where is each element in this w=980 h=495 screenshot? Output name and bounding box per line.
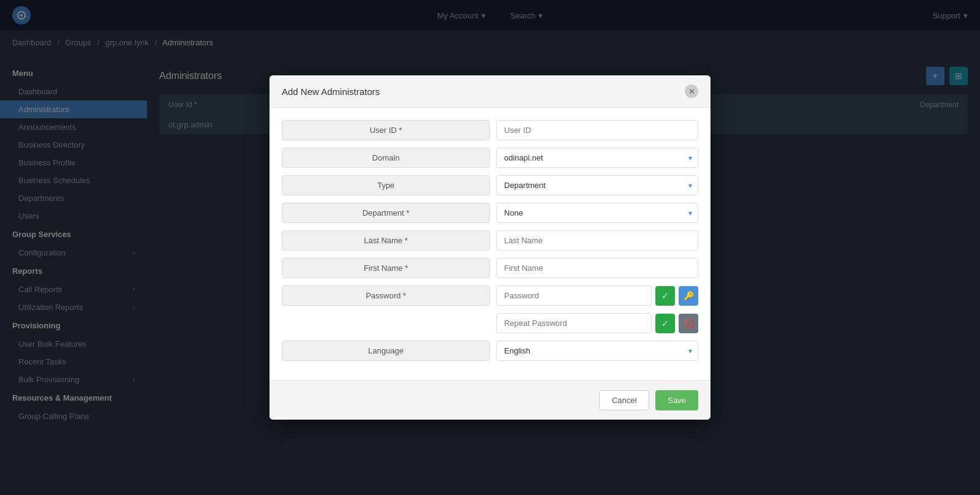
type-row: Type Department Group ▾ — [282, 175, 698, 195]
repeat-password-spacer — [282, 319, 490, 328]
type-label: Type — [282, 175, 490, 195]
password-check-button[interactable]: ✓ — [655, 286, 675, 306]
language-select-wrapper: English French Spanish ▾ — [496, 341, 698, 361]
repeat-password-input-group: ✓ 🚫 — [496, 313, 698, 333]
user-id-input[interactable] — [496, 120, 698, 140]
department-row: Department * None ▾ — [282, 203, 698, 223]
modal-title: Add New Administrators — [282, 86, 380, 97]
type-select-wrapper: Department Group ▾ — [496, 175, 698, 195]
department-label: Department * — [282, 203, 490, 223]
password-input-group: ✓ 🔑 — [496, 285, 698, 306]
repeat-password-check-button[interactable]: ✓ — [655, 314, 675, 333]
key-icon: 🔑 — [684, 291, 694, 301]
user-id-row: User ID * — [282, 120, 698, 140]
repeat-password-toggle-button[interactable]: 🚫 — [679, 314, 698, 333]
first-name-row: First Name * — [282, 258, 698, 278]
language-label: Language — [282, 341, 490, 361]
modal-close-button[interactable]: ✕ — [685, 85, 698, 98]
department-select[interactable]: None — [496, 203, 698, 223]
first-name-input[interactable] — [496, 258, 698, 278]
password-label: Password * — [282, 285, 490, 306]
domain-label: Domain — [282, 148, 490, 168]
repeat-password-row: ✓ 🚫 — [282, 313, 698, 333]
language-row: Language English French Spanish ▾ — [282, 341, 698, 361]
domain-select[interactable]: odinapi.net — [496, 148, 698, 168]
user-id-label: User ID * — [282, 120, 490, 140]
type-select[interactable]: Department Group — [496, 175, 698, 195]
save-button[interactable]: Save — [655, 390, 698, 410]
password-input[interactable] — [496, 285, 652, 306]
first-name-label: First Name * — [282, 258, 490, 278]
password-generate-button[interactable]: 🔑 — [679, 286, 698, 306]
modal-overlay: Add New Administrators ✕ User ID * Domai… — [0, 0, 980, 495]
modal-footer: Cancel Save — [270, 380, 710, 420]
last-name-input[interactable] — [496, 230, 698, 251]
modal-body: User ID * Domain odinapi.net ▾ Type D — [270, 108, 710, 380]
eye-slash-icon: 🚫 — [684, 319, 694, 328]
password-row: Password * ✓ 🔑 — [282, 285, 698, 306]
modal-header: Add New Administrators ✕ — [270, 75, 710, 108]
domain-row: Domain odinapi.net ▾ — [282, 148, 698, 168]
cancel-button[interactable]: Cancel — [599, 390, 649, 410]
repeat-password-input[interactable] — [496, 313, 652, 333]
last-name-label: Last Name * — [282, 230, 490, 251]
department-select-wrapper: None ▾ — [496, 203, 698, 223]
domain-select-wrapper: odinapi.net ▾ — [496, 148, 698, 168]
modal-dialog: Add New Administrators ✕ User ID * Domai… — [270, 75, 710, 420]
language-select[interactable]: English French Spanish — [496, 341, 698, 361]
last-name-row: Last Name * — [282, 230, 698, 251]
